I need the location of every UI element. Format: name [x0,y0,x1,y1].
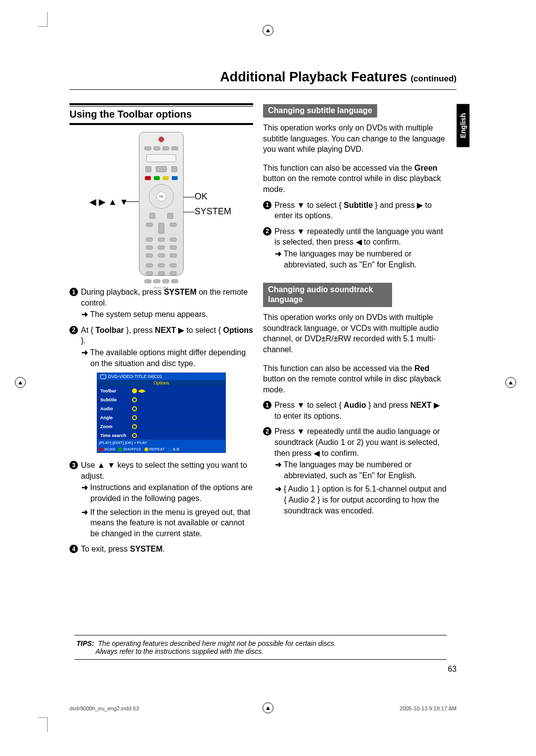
callout-system: SYSTEM [195,206,231,217]
result-line: ➜ If the selection in the menu is greyed… [78,507,253,539]
arrow-icon: ➜ [275,460,283,469]
step-number-icon: 1 [69,288,78,296]
title-rule [69,89,457,90]
step-number-icon: 2 [69,326,78,334]
subsection-subtitle-lang: Changing subtitle language [263,104,377,118]
osd-play-hint: [PLAY] [EDIT] [OK] = PLAY [97,440,225,446]
step-text: Press ▼ repeatedly until the audio langu… [274,426,447,458]
step-4: 4 To exit, press SYSTEM. [69,544,253,555]
arrow-icon: ➜ [81,508,90,516]
result-line: ➜ The system setup menu appears. [78,309,253,320]
subtitle-step-1: 1 Press ▼ to select { Subtitle } and pre… [263,200,447,221]
result-line: ➜ The languages may be numbered or abbre… [272,459,447,481]
arrow-icon: ➜ [81,483,90,492]
step-text: Press ▼ to select { Audio } and press NE… [274,400,447,421]
arrow-icon: ➜ [81,348,90,357]
osd-row-angle: Angle [97,413,225,422]
osd-row-zoom: Zoom [97,422,225,431]
osd-subtitle: Options [97,380,225,386]
tips-box: TIPS: The operating features described h… [74,635,447,660]
tips-line1: The operating features described here mi… [98,639,336,647]
osd-title-bar: DVD-VIDEO-TITLE 04|C01 [97,373,225,380]
step-number-icon: 1 [263,401,271,409]
osd-row-toolbar: Toolbar◀▶ [97,386,225,395]
result-line: ➜ Instructions and explanation of the op… [78,482,253,504]
osd-row-audio: Audio [97,404,225,413]
paragraph: This operation works only on DVDs with m… [263,312,447,355]
page-number: 63 [448,665,457,674]
registration-mark-right-icon [505,377,516,388]
audio-step-2: 2 Press ▼ repeatedly until the audio lan… [263,426,447,458]
title-main: Additional Playback Features [220,69,407,84]
paragraph: This function can also be accessed via t… [263,163,447,195]
step-number-icon: 2 [263,227,271,236]
section-heading-toolbar: Using the Toolbar options [69,103,253,125]
subtitle-step-2: 2 Press ▼ repeatedly until the language … [263,226,447,248]
callout-line [184,212,195,212]
paragraph: This function can also be accessed via t… [263,363,447,395]
right-column: Changing subtitle language This operatio… [263,103,447,519]
footer-left: dvdr9000h_eu_eng2.indd 63 [69,705,139,711]
step-text: Press ▼ to select { Subtitle } and press… [274,200,447,221]
step-number-icon: 1 [263,201,271,209]
registration-mark-top-icon [263,25,273,36]
step-text: To exit, press SYSTEM. [81,544,165,555]
tips-line2: Always refer to the instructions supplie… [95,647,264,655]
remote-illustration: ◀ ▶ ▲ ▼ OK SYSTEM OK [69,132,253,281]
step-2: 2 At { Toolbar }, press NEXT ▶ to select… [69,325,253,346]
osd-footer: SCAN SHUFFLE REPEAT A-B [97,446,225,452]
step-text: During playback, press SYSTEM on the rem… [81,287,253,308]
step-text: Press ▼ repeatedly until the language yo… [274,226,447,248]
registration-mark-bottom-icon [263,702,273,713]
language-tab: English [457,104,469,147]
page-title: Additional Playback Features (continued) [220,69,457,85]
arrow-icon: ➜ [81,310,90,318]
osd-row-subtitle: Subtitle [97,395,225,404]
footer-right: 2005-10-13 9:18:17 AM [400,705,457,711]
result-line: ➜ The available options might differ dep… [78,347,253,369]
callout-nav-arrows: ◀ ▶ ▲ ▼ [89,196,129,207]
arrow-icon: ➜ [275,485,283,493]
callout-line [123,201,139,202]
remote-control-icon: OK PHILIPS [139,132,184,276]
step-3: 3 Use ▲ ▼ keys to select the setting you… [69,460,253,481]
audio-step-1: 1 Press ▼ to select { Audio } and press … [263,400,447,421]
step-text: At { Toolbar }, press NEXT ▶ to select {… [81,325,253,346]
step-number-icon: 3 [69,461,78,469]
crop-mark-icon [38,12,48,27]
arrow-icon: ➜ [275,250,283,258]
title-continued: (continued) [410,74,457,83]
result-line: ➜ The languages may be numbered or abbre… [272,249,447,270]
crop-mark-icon [38,717,48,732]
step-number-icon: 4 [69,545,78,553]
step-number-icon: 2 [263,427,271,436]
step-text: Use ▲ ▼ keys to select the setting you w… [81,460,253,481]
callout-ok: OK [195,191,207,202]
step-1: 1 During playback, press SYSTEM on the r… [69,287,253,308]
manual-page: Additional Playback Features (continued)… [45,15,491,729]
callout-line [184,197,195,197]
tips-label: TIPS: [76,639,94,647]
result-line: ➜ { Audio 1 } option is for 5.1-channel … [272,484,447,516]
osd-row-timesearch: Time search [97,431,225,440]
left-column: Using the Toolbar options ◀ ▶ ▲ ▼ OK SYS… [69,103,253,556]
registration-mark-left-icon [15,377,26,388]
paragraph: This operation works only on DVDs with m… [263,123,447,155]
osd-screenshot: DVD-VIDEO-TITLE 04|C01 Options Toolbar◀▶… [97,373,226,453]
subsection-audio-lang: Changing audio soundtrack language [263,283,392,307]
